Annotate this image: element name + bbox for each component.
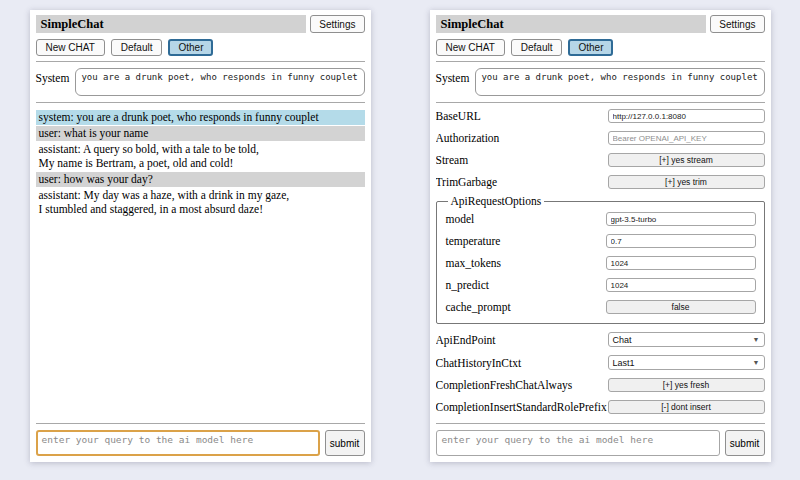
setting-row-chathistoryinctxt: ChatHistoryInCtxt Last1 ▼ — [436, 355, 765, 370]
new-chat-button[interactable]: New CHAT — [36, 39, 105, 56]
session-tab-other[interactable]: Other — [568, 39, 613, 56]
setting-row-baseurl: BaseURL — [436, 109, 765, 123]
model-label: model — [446, 213, 475, 225]
submit-button[interactable]: submit — [725, 430, 765, 456]
baseurl-label: BaseURL — [436, 110, 481, 122]
chat-log: system: you are a drunk poet, who respon… — [36, 110, 365, 418]
divider — [436, 423, 765, 424]
session-tab-default[interactable]: Default — [511, 39, 563, 56]
setting-row-stream: Stream [+] yes stream — [436, 153, 765, 167]
chevron-down-icon: ▼ — [753, 336, 760, 343]
settings-toolbar: New CHAT Default Other — [436, 39, 765, 56]
setting-row-temperature: temperature — [446, 234, 756, 248]
system-label: System — [436, 68, 470, 84]
settings-panel: SimpleChat Settings New CHAT Default Oth… — [430, 10, 771, 462]
trimgarbage-label: TrimGarbage — [436, 176, 498, 188]
temperature-input[interactable] — [606, 234, 756, 248]
query-input[interactable] — [436, 430, 720, 456]
settings-button[interactable]: Settings — [710, 15, 764, 33]
session-tab-default[interactable]: Default — [111, 39, 163, 56]
chat-message-user: user: how was your day? — [36, 172, 365, 187]
setting-row-cache-prompt: cache_prompt false — [446, 300, 756, 314]
stream-label: Stream — [436, 154, 469, 166]
system-prompt-row: System you are a drunk poet, who respond… — [36, 68, 365, 96]
temperature-label: temperature — [446, 235, 501, 247]
setting-row-n-predict: n_predict — [446, 278, 756, 292]
api-request-options-fieldset: ApiRequestOptions model temperature max_… — [436, 195, 765, 324]
n-predict-label: n_predict — [446, 279, 489, 291]
query-row: submit — [36, 430, 365, 456]
baseurl-input[interactable] — [608, 109, 765, 123]
chat-panel: SimpleChat Settings New CHAT Default Oth… — [30, 10, 371, 462]
chat-message-system: system: you are a drunk poet, who respon… — [36, 110, 365, 125]
apiendpoint-select[interactable]: Chat ▼ — [608, 332, 765, 347]
system-prompt-input[interactable]: you are a drunk poet, who responds in fu… — [75, 68, 364, 96]
system-label: System — [36, 68, 70, 84]
divider — [36, 61, 365, 62]
stream-toggle-button[interactable]: [+] yes stream — [608, 153, 765, 167]
app-title: SimpleChat — [36, 15, 307, 33]
divider — [36, 423, 365, 424]
trimgarbage-toggle-button[interactable]: [+] yes trim — [608, 175, 765, 189]
api-request-options-legend: ApiRequestOptions — [448, 195, 545, 207]
setting-row-model: model — [446, 212, 756, 226]
setting-row-authorization: Authorization — [436, 131, 765, 145]
setting-row-apiendpoint: ApiEndPoint Chat ▼ — [436, 332, 765, 347]
n-predict-input[interactable] — [606, 278, 756, 292]
apiendpoint-label: ApiEndPoint — [436, 334, 496, 346]
stage: SimpleChat Settings New CHAT Default Oth… — [0, 0, 800, 480]
submit-button[interactable]: submit — [325, 430, 365, 456]
authorization-label: Authorization — [436, 132, 500, 144]
divider — [436, 61, 765, 62]
divider — [36, 102, 365, 103]
system-prompt-input[interactable]: you are a drunk poet, who responds in fu… — [475, 68, 764, 96]
authorization-input[interactable] — [608, 131, 765, 145]
settings-button[interactable]: Settings — [310, 15, 364, 33]
chat-toolbar: New CHAT Default Other — [36, 39, 365, 56]
completionfreshchatalways-label: CompletionFreshChatAlways — [436, 379, 573, 391]
chat-message-assistant: assistant: A query so bold, with a tale … — [36, 142, 365, 171]
new-chat-button[interactable]: New CHAT — [436, 39, 505, 56]
completioninsertstandardroleprefix-label: CompletionInsertStandardRolePrefix — [436, 401, 607, 413]
chathistoryinctxt-selected-value: Last1 — [613, 358, 635, 368]
model-input[interactable] — [606, 212, 756, 226]
cache-prompt-toggle-button[interactable]: false — [606, 300, 756, 314]
setting-row-max-tokens: max_tokens — [446, 256, 756, 270]
setting-row-completioninsertstandardroleprefix: CompletionInsertStandardRolePrefix [-] d… — [436, 400, 765, 414]
divider — [436, 102, 765, 103]
completionfreshchatalways-toggle-button[interactable]: [+] yes fresh — [608, 378, 765, 392]
settings-list: BaseURL Authorization Stream [+] yes str… — [436, 109, 765, 418]
max-tokens-label: max_tokens — [446, 257, 502, 269]
chevron-down-icon: ▼ — [753, 359, 760, 366]
query-row: submit — [436, 430, 765, 456]
query-input[interactable] — [36, 430, 320, 456]
chat-message-assistant: assistant: My day was a haze, with a dri… — [36, 188, 365, 217]
settings-panel-header: SimpleChat Settings — [436, 15, 765, 33]
chat-message-user: user: what is your name — [36, 126, 365, 141]
system-prompt-row: System you are a drunk poet, who respond… — [436, 68, 765, 96]
chathistoryinctxt-select[interactable]: Last1 ▼ — [608, 355, 765, 370]
cache-prompt-label: cache_prompt — [446, 301, 511, 313]
chathistoryinctxt-label: ChatHistoryInCtxt — [436, 357, 522, 369]
apiendpoint-selected-value: Chat — [613, 335, 632, 345]
setting-row-trimgarbage: TrimGarbage [+] yes trim — [436, 175, 765, 189]
app-title: SimpleChat — [436, 15, 707, 33]
setting-row-completionfreshchatalways: CompletionFreshChatAlways [+] yes fresh — [436, 378, 765, 392]
max-tokens-input[interactable] — [606, 256, 756, 270]
session-tab-other[interactable]: Other — [168, 39, 213, 56]
chat-panel-header: SimpleChat Settings — [36, 15, 365, 33]
completioninsertstandardroleprefix-toggle-button[interactable]: [-] dont insert — [608, 400, 765, 414]
